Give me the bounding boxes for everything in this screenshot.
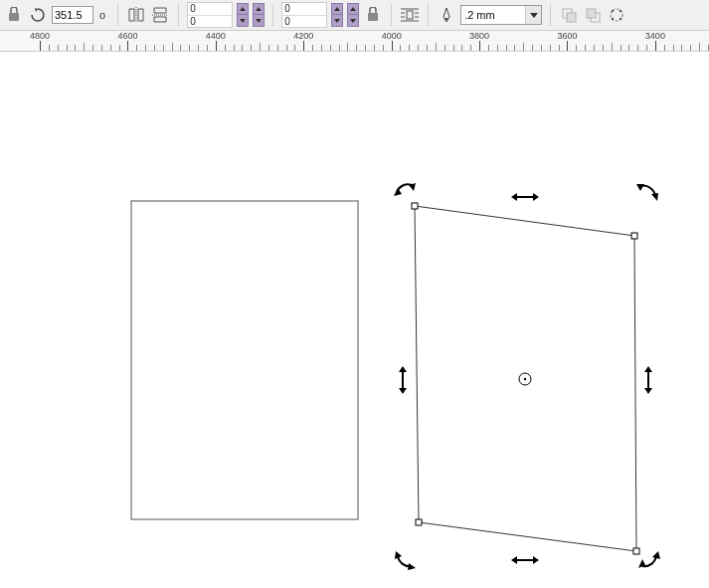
- corner-spinner-1b[interactable]: [253, 3, 265, 27]
- corner-spinner-2a[interactable]: [331, 3, 343, 27]
- separator: [428, 4, 429, 26]
- separator: [550, 4, 551, 26]
- rectangle-object-1[interactable]: [131, 201, 358, 519]
- svg-point-19: [612, 18, 614, 20]
- ruler-label: 4000: [382, 31, 402, 41]
- svg-rect-0: [9, 13, 19, 21]
- skew-handle-right[interactable]: [644, 366, 652, 394]
- property-bar: o 0 0 0 0: [0, 0, 709, 30]
- corner-scallop-control: 0 0: [187, 2, 233, 28]
- svg-rect-4: [407, 11, 413, 19]
- svg-rect-15: [587, 9, 596, 18]
- horizontal-ruler: 48004600440042004000380036003400: [0, 30, 709, 52]
- rotate-icon: [28, 5, 48, 25]
- rotate-handle-tl[interactable]: [394, 183, 416, 196]
- mirror-horizontal-button[interactable]: [126, 5, 146, 25]
- outline-width-combo[interactable]: [460, 5, 542, 25]
- skew-handle-top[interactable]: [511, 193, 539, 201]
- ruler-label: 3400: [645, 31, 665, 41]
- svg-rect-13: [567, 13, 576, 22]
- corner2-top-value: 0: [284, 3, 324, 14]
- corner-bottom-value: 0: [190, 16, 230, 27]
- mirror-vertical-button[interactable]: [150, 5, 170, 25]
- ruler-label: 4400: [206, 31, 226, 41]
- ruler-label: 3800: [469, 31, 489, 41]
- svg-point-21: [524, 378, 526, 380]
- outline-width-input[interactable]: [461, 9, 525, 21]
- skew-handle-left[interactable]: [399, 366, 407, 394]
- corner2-bottom-value: 0: [284, 16, 324, 27]
- outline-width-dropdown[interactable]: [525, 6, 541, 24]
- ruler-label: 4200: [293, 31, 313, 41]
- ruler-label: 4800: [30, 31, 50, 41]
- svg-point-18: [620, 10, 621, 12]
- svg-point-20: [620, 18, 621, 20]
- rotate-handle-br[interactable]: [638, 551, 660, 568]
- lock-button-1[interactable]: [4, 5, 24, 25]
- to-back-button[interactable]: [583, 5, 603, 25]
- ruler-label: 3600: [557, 31, 577, 41]
- drawing-canvas[interactable]: [0, 52, 709, 588]
- svg-point-17: [612, 10, 614, 12]
- separator: [272, 4, 273, 26]
- ruler-label: 4600: [117, 31, 137, 41]
- text-wrap-button[interactable]: [400, 5, 420, 25]
- rotate-handle-tr[interactable]: [636, 184, 658, 201]
- rotate-handle-bl[interactable]: [395, 551, 416, 570]
- canvas-svg: [0, 52, 709, 588]
- skew-handle-bottom[interactable]: [511, 556, 539, 564]
- corner-top-value: 0: [190, 3, 230, 14]
- separator: [178, 4, 179, 26]
- outline-pen-icon: [437, 5, 456, 25]
- separator: [391, 4, 392, 26]
- svg-point-11: [445, 18, 447, 20]
- rotation-input[interactable]: [52, 6, 93, 24]
- lock-button-2[interactable]: [363, 5, 383, 25]
- corner-spinner-2b[interactable]: [347, 3, 359, 27]
- svg-rect-3: [368, 13, 378, 21]
- convert-to-curves-button[interactable]: [607, 5, 626, 25]
- node-handle[interactable]: [631, 233, 637, 239]
- separator: [117, 4, 118, 26]
- node-handle[interactable]: [633, 548, 639, 554]
- corner-round-control: 0 0: [281, 2, 327, 28]
- degree-symbol: o: [99, 9, 105, 21]
- node-handle[interactable]: [412, 203, 418, 209]
- corner-spinner-1a[interactable]: [237, 3, 249, 27]
- to-front-button[interactable]: [559, 5, 579, 25]
- node-handle[interactable]: [416, 519, 422, 525]
